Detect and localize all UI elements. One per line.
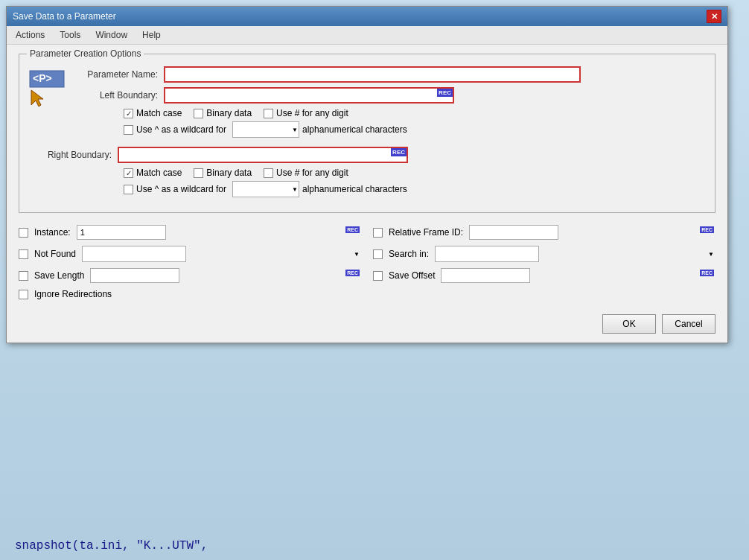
right-match-case-label: Match case: [136, 168, 182, 178]
right-match-case-checkbox[interactable]: [124, 168, 133, 178]
left-match-case-label: Match case: [136, 108, 182, 118]
left-boundary-label: Left Boundary:: [74, 90, 164, 101]
param-icon: <P>: [28, 69, 66, 108]
relative-frame-input-container: REC: [469, 225, 715, 240]
parameter-creation-group: Parameter Creation Options <P> Parameter…: [19, 54, 715, 213]
group-content: <P> Parameter Name: Left Boundary:: [28, 60, 706, 200]
left-caret-item: Use ^ as a wildcard for ▼ alphanumerical…: [124, 121, 407, 138]
save-length-checkbox[interactable]: [19, 271, 28, 281]
ignore-redirections-checkbox[interactable]: [19, 290, 28, 299]
group-box-title: Parameter Creation Options: [27, 48, 144, 59]
titlebar: Save Data to a Parameter ✕: [7, 7, 727, 26]
left-boundary-options2: Use ^ as a wildcard for ▼ alphanumerical…: [124, 121, 706, 138]
right-binary-data-checkbox[interactable]: [194, 168, 203, 178]
not-found-dropdown-arrow: ▼: [354, 251, 360, 258]
left-boundary-input[interactable]: [164, 87, 454, 104]
left-binary-data-item: Binary data: [194, 108, 252, 118]
save-length-row: Save Length REC: [19, 268, 361, 283]
search-in-dropdown[interactable]: [435, 246, 539, 262]
right-caret-dropdown[interactable]: [232, 181, 299, 197]
save-offset-input[interactable]: [441, 268, 530, 283]
left-binary-data-label: Binary data: [206, 108, 252, 118]
save-length-rec-badge: REC: [345, 270, 360, 276]
ignore-redirections-row: Ignore Redirections: [19, 289, 715, 299]
not-found-label: Not Found: [34, 249, 76, 259]
not-found-checkbox[interactable]: [19, 249, 28, 259]
save-length-label: Save Length: [34, 270, 84, 281]
relative-frame-checkbox[interactable]: [373, 228, 383, 238]
left-caret-checkbox[interactable]: [124, 125, 133, 135]
dialog-footer: OK Cancel: [7, 308, 727, 343]
instance-row: Instance: REC: [19, 225, 361, 240]
menu-help[interactable]: Help: [139, 28, 164, 42]
relative-frame-row: Relative Frame ID: REC: [373, 225, 715, 240]
bottom-options: Instance: REC Relative Frame ID: REC: [19, 225, 715, 299]
bottom-options-grid: Instance: REC Relative Frame ID: REC: [19, 225, 715, 283]
left-binary-data-checkbox[interactable]: [194, 109, 203, 118]
save-offset-label: Save Offset: [389, 270, 435, 281]
right-boundary-options2: Use ^ as a wildcard for ▼ alphanumerical…: [124, 181, 706, 197]
relative-frame-input[interactable]: [469, 225, 558, 240]
background-code: snapshot(ta.ini, "K...UTW",: [0, 532, 749, 560]
right-boundary-rec-badge: REC: [391, 148, 407, 156]
right-caret-checkbox[interactable]: [124, 185, 133, 194]
menu-actions[interactable]: Actions: [13, 28, 48, 42]
right-boundary-label: Right Boundary:: [28, 150, 118, 160]
instance-label: Instance:: [34, 227, 71, 238]
right-boundary-options1: Match case Binary data Use # for any dig…: [124, 168, 706, 178]
instance-checkbox[interactable]: [19, 228, 28, 238]
save-offset-rec-badge: REC: [700, 270, 714, 276]
param-name-input[interactable]: [164, 66, 581, 83]
right-use-hash-label: Use # for any digit: [276, 168, 348, 178]
save-offset-row: Save Offset REC: [373, 268, 715, 283]
left-boundary-rec-badge: REC: [437, 89, 453, 97]
right-use-hash-checkbox[interactable]: [264, 168, 273, 178]
save-offset-checkbox[interactable]: [373, 271, 383, 281]
svg-marker-2: [31, 90, 43, 106]
left-use-hash-label: Use # for any digit: [276, 108, 348, 118]
param-icon-area: <P>: [28, 69, 66, 108]
left-caret-dropdown-container: ▼: [232, 121, 299, 138]
separator1: [28, 141, 706, 147]
not-found-dropdown[interactable]: [82, 246, 186, 262]
left-match-case-checkbox[interactable]: [124, 109, 133, 118]
save-length-input[interactable]: [90, 268, 179, 283]
search-in-checkbox[interactable]: [373, 249, 383, 259]
svg-text:<P>: <P>: [33, 72, 52, 84]
right-match-case-item: Match case: [124, 168, 182, 178]
instance-rec-badge: REC: [345, 226, 360, 233]
menu-tools[interactable]: Tools: [57, 28, 83, 42]
right-caret-label: Use ^ as a wildcard for: [136, 184, 226, 194]
dialog-body: Parameter Creation Options <P> Parameter…: [7, 45, 727, 308]
right-caret-item: Use ^ as a wildcard for ▼ alphanumerical…: [124, 181, 407, 197]
close-button[interactable]: ✕: [707, 10, 721, 23]
menu-window[interactable]: Window: [92, 28, 130, 42]
save-offset-input-container: REC: [441, 268, 715, 283]
param-name-label: Parameter Name:: [74, 69, 164, 80]
dialog-title: Save Data to a Parameter: [13, 11, 116, 22]
ignore-redirections-label: Ignore Redirections: [34, 289, 112, 299]
param-name-row: Parameter Name:: [74, 66, 706, 83]
left-caret-label: Use ^ as a wildcard for: [136, 124, 226, 135]
left-boundary-options1: Match case Binary data Use # for any dig…: [124, 108, 706, 118]
right-boundary-row: Right Boundary: REC: [28, 147, 706, 163]
left-caret-dropdown[interactable]: [232, 121, 299, 138]
instance-input-container: REC: [77, 225, 361, 240]
right-boundary-input[interactable]: [118, 147, 408, 163]
instance-input[interactable]: [77, 225, 166, 240]
not-found-row: Not Found ▼: [19, 246, 361, 262]
left-use-hash-checkbox[interactable]: [264, 109, 273, 118]
left-use-hash-item: Use # for any digit: [264, 108, 348, 118]
left-boundary-row: Left Boundary: REC: [74, 87, 706, 104]
dialog: Save Data to a Parameter ✕ Actions Tools…: [6, 6, 728, 343]
ok-button[interactable]: OK: [602, 314, 656, 334]
cancel-button[interactable]: Cancel: [662, 314, 715, 334]
right-binary-data-item: Binary data: [194, 168, 252, 178]
search-in-dropdown-arrow: ▼: [708, 251, 714, 258]
relative-frame-label: Relative Frame ID:: [389, 227, 463, 238]
relative-frame-rec-badge: REC: [700, 226, 714, 233]
right-binary-data-label: Binary data: [206, 168, 252, 178]
search-in-label: Search in:: [389, 249, 429, 259]
menubar: Actions Tools Window Help: [7, 26, 727, 45]
right-use-hash-item: Use # for any digit: [264, 168, 348, 178]
